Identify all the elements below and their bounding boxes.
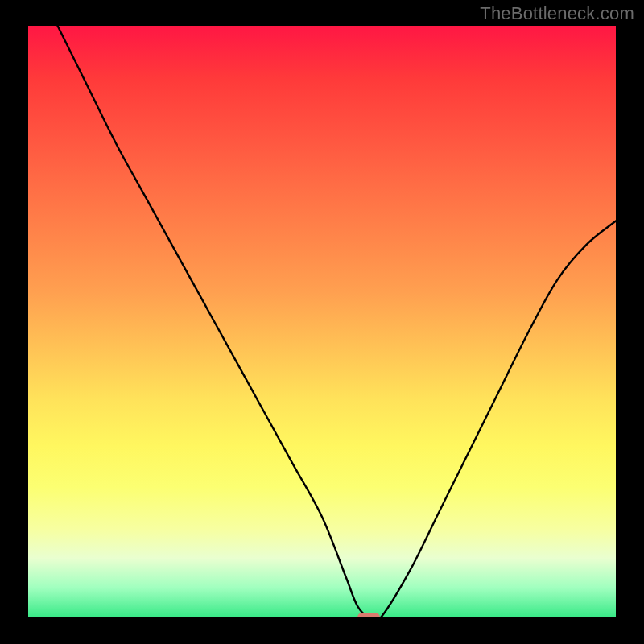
bottleneck-curve (58, 26, 617, 617)
minimum-marker (357, 613, 380, 617)
plot-area (28, 26, 616, 617)
curve-svg (28, 26, 616, 617)
watermark-text: TheBottleneck.com (480, 3, 634, 24)
chart-frame: TheBottleneck.com (0, 0, 644, 644)
